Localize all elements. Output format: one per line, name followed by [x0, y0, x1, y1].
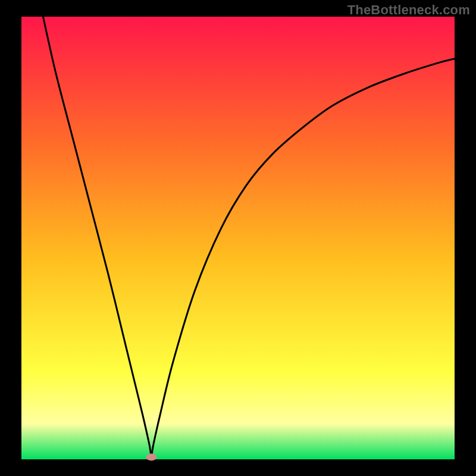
- chart-canvas: [0, 0, 476, 476]
- min-marker: [146, 453, 156, 461]
- watermark-label: TheBottleneck.com: [347, 2, 470, 18]
- plot-background: [21, 17, 455, 459]
- chart-frame: TheBottleneck.com: [0, 0, 476, 476]
